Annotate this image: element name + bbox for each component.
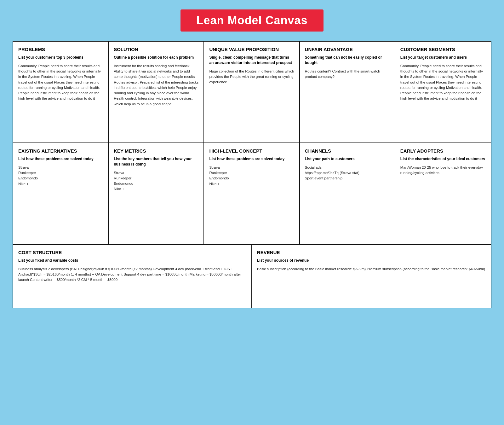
problems-title: PROBLEMS	[18, 47, 103, 52]
cost-structure-body: Business analysis 2 developers (BA+Desig…	[18, 266, 246, 283]
revenue-cell: REVENUE List your sources of revenue Bas…	[252, 245, 491, 308]
title-container: Lean Model Canvas	[13, 9, 491, 32]
key-metrics-title: KEY METRICS	[114, 148, 198, 154]
top-row: PROBLEMS List your customer's top 3 prob…	[13, 42, 491, 143]
solution-body: Instrument for the results sharing and f…	[114, 63, 198, 107]
channels-subtitle: List your path to customers	[305, 156, 390, 162]
list-item: Endomondo	[114, 181, 198, 186]
problems-subtitle: List your customer's top 3 problems	[18, 55, 103, 60]
revenue-subtitle: List your sources of revenue	[257, 258, 486, 263]
high-level-cell: HIGH-LEVEL CONCEPT List how these proble…	[204, 143, 300, 244]
high-level-title: HIGH-LEVEL CONCEPT	[209, 148, 294, 154]
uvp-cell: UNIQUE VALUE PROPOSITION Single, clear, …	[204, 42, 300, 143]
canvas: PROBLEMS List your customer's top 3 prob…	[13, 41, 491, 308]
list-item: Endomondo	[209, 176, 294, 181]
list-item: Runkeeper	[209, 170, 294, 176]
page-title: Lean Model Canvas	[196, 14, 307, 27]
solution-title: SOLUTION	[114, 47, 198, 52]
list-item: Strava	[114, 170, 198, 176]
cost-structure-subtitle: List your fixed and variable costs	[18, 258, 246, 263]
problems-cell: PROBLEMS List your customer's top 3 prob…	[13, 42, 109, 143]
channels-body: Social ads:https://tppr.me/JazTq (Strava…	[305, 165, 390, 181]
unfair-cell: UNFAIR ADVANTAGE Something that can not …	[300, 42, 395, 143]
list-item: Nike +	[18, 181, 103, 187]
uvp-subtitle: Single, clear, compelling message that t…	[209, 55, 294, 66]
existing-alternatives-title: EXISTING ALTERNATIVES	[18, 148, 103, 154]
high-level-body: StravaRunkeeperEndomondoNike +	[209, 165, 294, 187]
existing-alternatives-subtitle: List how these problems are solved today	[18, 156, 103, 162]
channels-title: CHANNELS	[305, 148, 390, 154]
key-metrics-subtitle: List the key numbers that tell you how y…	[114, 156, 198, 167]
existing-alternatives-body: StravaRunkeeperEndomondoNike +	[18, 165, 103, 187]
problems-body: Community. People need to share their re…	[18, 63, 103, 102]
bottom-row: COST STRUCTURE List your fixed and varia…	[13, 245, 491, 308]
solution-cell: SOLUTION Outline a possible solution for…	[109, 42, 204, 143]
uvp-body: Huge collection of the Routes in differe…	[209, 69, 294, 85]
existing-alternatives-cell: EXISTING ALTERNATIVES List how these pro…	[13, 143, 109, 244]
list-item: Runkeeper	[114, 176, 198, 181]
list-item: Strava	[209, 165, 294, 170]
list-item: Endomondo	[18, 176, 103, 181]
customer-segments-cell: CUSTOMER SEGMENTS List your target custo…	[395, 42, 491, 143]
key-metrics-cell: KEY METRICS List the key numbers that te…	[109, 143, 204, 244]
solution-subtitle: Outline a possible solution for each pro…	[114, 55, 198, 60]
early-adopters-body: Man/Woman 20-25 who love to track their …	[400, 165, 486, 176]
cost-structure-title: COST STRUCTURE	[18, 250, 246, 255]
list-item: Nike +	[209, 181, 294, 187]
high-level-subtitle: List how these problems are solved today	[209, 156, 294, 162]
customer-segments-title: CUSTOMER SEGMENTS	[400, 47, 486, 52]
unfair-body: Routes content? Contract with the smart-…	[305, 69, 390, 80]
middle-row: EXISTING ALTERNATIVES List how these pro…	[13, 143, 491, 245]
early-adopters-cell: EARLY ADOPTERS List the characteristics …	[395, 143, 491, 244]
title-box: Lean Model Canvas	[180, 9, 323, 32]
list-item: Nike +	[114, 186, 198, 192]
customer-segments-subtitle: List your target customers and users	[400, 55, 486, 60]
early-adopters-title: EARLY ADOPTERS	[400, 148, 486, 154]
early-adopters-subtitle: List the characteristics of your ideal c…	[400, 156, 486, 162]
key-metrics-body: StravaRunkeeperEndomondoNike +	[114, 170, 198, 192]
revenue-body: Basic subscription (according to the Bas…	[257, 266, 486, 272]
cost-structure-cell: COST STRUCTURE List your fixed and varia…	[13, 245, 252, 308]
list-item: Runkeeper	[18, 170, 103, 176]
list-item: Strava	[18, 165, 103, 170]
unfair-title: UNFAIR ADVANTAGE	[305, 47, 390, 52]
channels-cell: CHANNELS List your path to customers Soc…	[300, 143, 395, 244]
unfair-subtitle: Something that can not be easily copied …	[305, 55, 390, 66]
revenue-title: REVENUE	[257, 250, 486, 255]
uvp-title: UNIQUE VALUE PROPOSITION	[209, 47, 294, 52]
customer-segments-body: Community. People need to share their re…	[400, 63, 486, 102]
